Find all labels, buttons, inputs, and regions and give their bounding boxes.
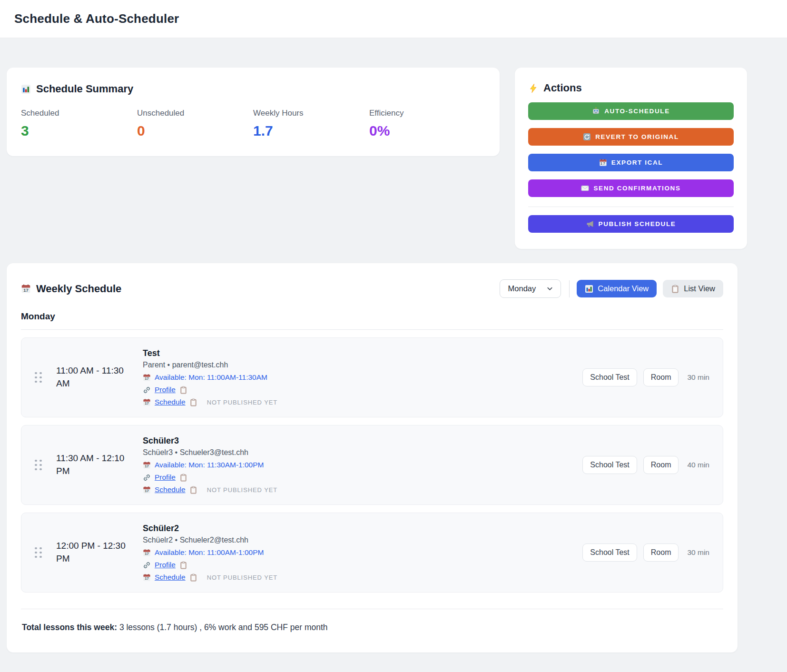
lesson-duration: 30 min	[687, 548, 709, 557]
clipboard-icon[interactable]	[179, 386, 187, 394]
clipboard-icon[interactable]	[179, 561, 187, 569]
stat-label: Unscheduled	[137, 109, 253, 118]
action-button-icon	[581, 184, 589, 192]
lesson-card: 12:00 PM - 12:30 PM Schüler2 Schüelr2 • …	[21, 513, 723, 593]
school-pill[interactable]: School Test	[582, 544, 637, 562]
action-button-label: PUBLISH SCHEDULE	[599, 220, 676, 227]
actions-divider	[528, 207, 734, 207]
summary-stat: Unscheduled 0	[137, 109, 253, 139]
action-button[interactable]: AUTO-SCHEDULE	[528, 102, 734, 120]
lightning-icon	[528, 83, 538, 93]
summary-stats: Scheduled 3 Unscheduled 0 Weekly Hours 1…	[21, 109, 485, 139]
drag-handle[interactable]	[35, 372, 42, 383]
action-button[interactable]: PUBLISH SCHEDULE	[528, 215, 734, 233]
lesson-duration: 40 min	[687, 461, 709, 469]
top-header-bar: Schedule & Auto-Scheduler	[0, 0, 787, 38]
not-published-badge: NOT PUBLISHED YET	[207, 486, 277, 494]
school-pill[interactable]: School Test	[582, 456, 637, 474]
weekly-schedule-title: 17 Weekly Schedule	[21, 283, 121, 295]
main-content: Schedule Summary Scheduled 3 Unscheduled…	[7, 38, 738, 652]
list-view-button[interactable]: List View	[663, 280, 723, 297]
actions-card: Actions AUTO-SCHEDULE REVERT TO ORIGINAL…	[515, 68, 747, 249]
summary-stat: Scheduled 3	[21, 109, 137, 139]
lesson-time: 11:30 AM - 12:10 PM	[56, 452, 128, 477]
profile-link[interactable]: Profile	[155, 385, 176, 394]
profile-link[interactable]: Profile	[155, 473, 176, 482]
lessons-list: 11:00 AM - 11:30 AM Test Parent • parent…	[21, 337, 723, 593]
lesson-availability: Available: Mon: 11:30AM-1:00PM	[155, 461, 264, 469]
svg-text:17: 17	[145, 489, 148, 493]
svg-text:17: 17	[600, 161, 606, 166]
stat-label: Efficiency	[369, 109, 485, 118]
controls-divider	[569, 280, 570, 297]
room-pill[interactable]: Room	[643, 456, 679, 474]
action-button-label: REVERT TO ORIGINAL	[595, 133, 679, 140]
lesson-card: 11:00 AM - 11:30 AM Test Parent • parent…	[21, 337, 723, 417]
schedule-summary-title-text: Schedule Summary	[36, 83, 133, 95]
room-pill[interactable]: Room	[643, 368, 679, 386]
bar-chart-icon	[21, 84, 31, 94]
link-icon	[143, 561, 151, 569]
action-button-icon	[583, 133, 591, 141]
lesson-subtitle: Parent • parent@test.chh	[143, 361, 277, 369]
calendar-icon: 17	[143, 398, 151, 406]
action-button[interactable]: REVERT TO ORIGINAL	[528, 128, 734, 146]
not-published-badge: NOT PUBLISHED YET	[207, 399, 277, 406]
action-button[interactable]: 17 EXPORT ICAL	[528, 154, 734, 171]
svg-text:17: 17	[145, 576, 148, 581]
calendar-icon: 17	[143, 573, 151, 582]
weekly-total-footer: Total lessons this week: 3 lessons (1.7 …	[21, 609, 723, 641]
lesson-name: Test	[143, 348, 277, 358]
calendar-icon: 17	[143, 486, 151, 494]
calendar-icon: 17	[21, 284, 31, 294]
svg-text:17: 17	[145, 464, 148, 468]
stat-value: 3	[21, 123, 137, 139]
action-button-label: SEND CONFIRMATIONS	[593, 185, 680, 192]
lesson-availability: Available: Mon: 11:00AM-11:30AM	[155, 373, 267, 382]
svg-text:17: 17	[23, 288, 28, 293]
action-button-label: EXPORT ICAL	[611, 159, 663, 166]
lesson-name: Schüler3	[143, 436, 277, 446]
action-button[interactable]: SEND CONFIRMATIONS	[528, 179, 734, 197]
stat-label: Scheduled	[21, 109, 137, 118]
action-button-label: AUTO-SCHEDULE	[604, 108, 670, 115]
lesson-name: Schüler2	[143, 524, 277, 534]
not-published-badge: NOT PUBLISHED YET	[207, 574, 277, 581]
drag-handle[interactable]	[35, 460, 42, 471]
action-button-icon	[592, 107, 600, 115]
profile-link[interactable]: Profile	[155, 561, 176, 569]
summary-stat: Weekly Hours 1.7	[253, 109, 369, 139]
day-select-value: Monday	[508, 284, 536, 293]
drag-handle[interactable]	[35, 547, 42, 558]
clipboard-icon[interactable]	[189, 573, 197, 582]
schedule-summary-title: Schedule Summary	[21, 83, 485, 95]
actions-title: Actions	[528, 82, 734, 94]
school-pill[interactable]: School Test	[582, 368, 637, 386]
clipboard-icon[interactable]	[179, 474, 187, 482]
day-select-dropdown[interactable]: Monday	[500, 279, 561, 298]
page-title: Schedule & Auto-Scheduler	[14, 11, 179, 26]
stat-value: 0%	[369, 123, 485, 139]
clipboard-icon[interactable]	[189, 486, 197, 494]
room-pill[interactable]: Room	[643, 544, 679, 562]
svg-text:17: 17	[145, 552, 148, 556]
calendar-icon: 17	[143, 374, 151, 382]
stat-value: 1.7	[253, 123, 369, 139]
actions-button-list: AUTO-SCHEDULE REVERT TO ORIGINAL 17 EXPO…	[528, 102, 734, 233]
schedule-link[interactable]: Schedule	[155, 485, 186, 494]
weekly-total-label: Total lessons this week:	[22, 623, 117, 632]
actions-title-text: Actions	[543, 82, 582, 94]
clipboard-icon[interactable]	[189, 398, 197, 406]
link-icon	[143, 474, 151, 482]
lesson-subtitle: Schüelr3 • Schueler3@test.chh	[143, 448, 277, 457]
calendar-view-button[interactable]: Calendar View	[577, 280, 657, 297]
schedule-link[interactable]: Schedule	[155, 573, 186, 582]
weekly-schedule-card: 17 Weekly Schedule Monday Calendar View …	[7, 263, 738, 652]
link-icon	[143, 386, 151, 394]
bar-chart-icon	[585, 285, 593, 293]
lesson-card: 11:30 AM - 12:10 PM Schüler3 Schüelr3 • …	[21, 425, 723, 505]
stat-value: 0	[137, 123, 253, 139]
weekly-schedule-title-text: Weekly Schedule	[36, 283, 121, 295]
list-view-label: List View	[684, 284, 715, 293]
schedule-link[interactable]: Schedule	[155, 398, 186, 406]
